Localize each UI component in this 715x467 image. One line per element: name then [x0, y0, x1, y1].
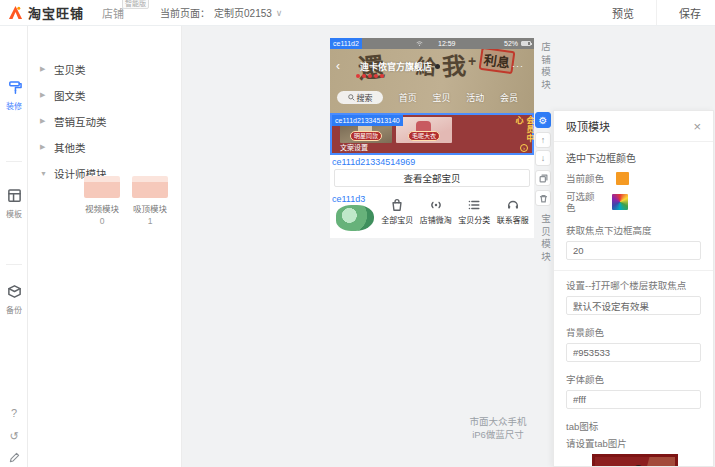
- copy-module-button[interactable]: [535, 170, 551, 186]
- back-icon[interactable]: ‹: [336, 61, 340, 71]
- module-caption: 文案设置: [340, 142, 368, 152]
- bg-color-label: 背景颜色: [566, 325, 701, 339]
- shop-name: 迪卡侬官方旗舰店: [360, 60, 432, 73]
- module-id-tag[interactable]: ce111d2: [330, 38, 362, 49]
- tab-image-hint: 请设置tab图片: [566, 436, 701, 450]
- optional-color-label: 可选颜色: [566, 191, 600, 213]
- member-center-link[interactable]: 会员中心 ›: [518, 116, 530, 152]
- nav-shop[interactable]: 店铺 智能版: [102, 5, 124, 21]
- current-page-label: 当前页面：: [160, 5, 210, 20]
- toolbar-all-items[interactable]: 全部宝贝: [381, 198, 413, 225]
- module-label-items: 宝贝模块: [538, 214, 552, 264]
- product-tab-button[interactable]: 毛呢大衣: [408, 131, 440, 141]
- border-color-section-label: 选中下边框颜色: [566, 150, 701, 165]
- backup-icon: [7, 284, 22, 299]
- rail-item-decorate[interactable]: 装修: [0, 80, 28, 111]
- caret-right-icon: ▶: [40, 143, 47, 151]
- product-image[interactable]: 毛呢大衣: [396, 117, 452, 143]
- shop-rating-dots: [356, 74, 384, 78]
- module-settings-button[interactable]: ⚙: [535, 112, 551, 128]
- undo-icon[interactable]: ↺: [0, 430, 28, 443]
- toolbar-categories[interactable]: 宝贝分类: [458, 198, 490, 225]
- tree-group-other[interactable]: ▶ 其他类: [40, 138, 175, 156]
- battery-icon: [521, 41, 531, 46]
- module-id-text[interactable]: ce111d21334514969: [332, 157, 415, 167]
- version-badge: 智能版: [122, 0, 149, 9]
- rail-item-template[interactable]: 模板: [0, 188, 28, 219]
- toolbar-customer-service[interactable]: 联系客服: [497, 198, 529, 225]
- focus-floor-input[interactable]: [566, 296, 701, 315]
- caret-right-icon: ▶: [40, 91, 47, 99]
- paint-roller-icon: [7, 80, 22, 95]
- module-id-tag[interactable]: ce111d3: [332, 194, 365, 204]
- broadcast-icon: [429, 198, 443, 212]
- color-picker-swatch[interactable]: [612, 194, 628, 210]
- copy-icon: [539, 174, 548, 183]
- preview-button[interactable]: 预览: [590, 0, 656, 25]
- module-tree-panel: ▶ 宝贝类 ▶ 图文类 ▶ 营销互动类 ▶ 其他类 ▼ 设计师模块 视频模块 0…: [28, 26, 182, 467]
- tab-activity[interactable]: 活动: [466, 91, 484, 104]
- tree-group-imagetext[interactable]: ▶ 图文类: [40, 86, 175, 104]
- tab-image-preview[interactable]: 明星同款: [592, 454, 678, 467]
- verified-badge-icon: [435, 64, 440, 69]
- headset-icon: [506, 198, 520, 212]
- module-label-shop-header: 店铺模块: [538, 42, 552, 92]
- move-module-down-button[interactable]: ↓: [535, 150, 551, 166]
- wangpu-logo-icon: [8, 5, 23, 20]
- app-logo: 淘宝旺铺: [8, 3, 84, 22]
- caret-right-icon: ▶: [40, 65, 47, 73]
- designer-module-video[interactable]: 视频模块 0: [80, 176, 124, 226]
- tab-home[interactable]: 首页: [399, 91, 417, 104]
- tree-group-items[interactable]: ▶ 宝贝类: [40, 60, 175, 78]
- move-module-up-button[interactable]: ↑: [535, 132, 551, 148]
- arrow-down-icon: ↓: [541, 153, 546, 163]
- search-input[interactable]: 搜索: [337, 91, 383, 104]
- edit-icon[interactable]: [0, 452, 28, 465]
- phone-status-bar: ce111d2 12:59 52%: [330, 38, 534, 49]
- divider: [554, 270, 713, 271]
- view-all-items-button[interactable]: 查看全部宝贝: [334, 169, 530, 187]
- font-color-input[interactable]: [566, 390, 701, 409]
- app-header: 淘宝旺铺 店铺 智能版 当前页面： 定制页02153 ∨ 预览 保存: [0, 0, 715, 26]
- focus-height-input[interactable]: [566, 241, 701, 260]
- current-page-selector[interactable]: 当前页面： 定制页02153 ∨: [160, 5, 282, 20]
- rail-divider: [6, 161, 22, 162]
- module-count: 0: [80, 216, 124, 226]
- module-settings-panel: 吸顶模块 × 选中下边框颜色 当前颜色 可选颜色 获取焦点下边框高度 设置--打…: [553, 110, 714, 467]
- shop-title-row: ‹ 迪卡侬官方旗舰店 ···: [330, 59, 534, 73]
- left-rail: 装修 模板 备份 ? ↺: [0, 26, 28, 467]
- current-color-swatch[interactable]: [616, 172, 629, 185]
- close-icon[interactable]: ×: [693, 120, 701, 133]
- save-button[interactable]: 保存: [656, 0, 715, 25]
- current-color-label: 当前颜色: [566, 171, 604, 185]
- module-thumbnail: [132, 176, 168, 198]
- template-icon: [7, 188, 22, 203]
- phone-preview: ce111d2 12:59 52% 還 給 我 + 利息 ‹ 迪卡侬官方旗舰店 …: [330, 38, 534, 238]
- product-tab-button[interactable]: 明星同款: [350, 131, 382, 141]
- module-id-tag[interactable]: ce111d21334513140: [332, 115, 403, 126]
- delete-module-button[interactable]: [535, 190, 551, 206]
- caret-down-icon: ▼: [40, 170, 47, 177]
- help-icon[interactable]: ?: [0, 407, 28, 419]
- focus-floor-label: 设置--打开哪个楼层获取焦点: [566, 278, 701, 292]
- chevron-down-icon: ∨: [276, 8, 283, 18]
- toolbar-weitao[interactable]: 店铺微淘: [420, 198, 452, 225]
- status-time: 12:59: [438, 40, 456, 47]
- sticky-module-selected[interactable]: ce111d21334513140 明星同款 毛呢大衣 文案设置 会员中心 ›: [330, 113, 534, 155]
- more-icon[interactable]: ···: [512, 61, 524, 71]
- designer-module-sticky[interactable]: 吸顶模块 1: [128, 176, 172, 226]
- list-icon: [467, 198, 481, 212]
- current-page-value: 定制页02153: [214, 5, 272, 20]
- bg-color-input[interactable]: [566, 343, 701, 362]
- rail-item-backup[interactable]: 备份: [0, 284, 28, 315]
- shop-toolbar-module[interactable]: ce111d3 全部宝贝 店铺微淘 宝贝分类: [330, 190, 534, 238]
- trash-icon: [539, 194, 548, 203]
- tab-member[interactable]: 会员: [500, 91, 518, 104]
- battery-percent: 52%: [504, 40, 518, 47]
- shop-header-module[interactable]: 還 給 我 + 利息 ‹ 迪卡侬官方旗舰店 ··· 搜索 首页 宝贝: [330, 49, 534, 113]
- gear-icon: ⚙: [539, 115, 548, 126]
- focus-height-label: 获取焦点下边框高度: [566, 223, 701, 237]
- tab-items[interactable]: 宝贝: [433, 91, 451, 104]
- caret-right-icon: ▶: [40, 117, 47, 125]
- tree-group-marketing[interactable]: ▶ 营销互动类: [40, 112, 175, 130]
